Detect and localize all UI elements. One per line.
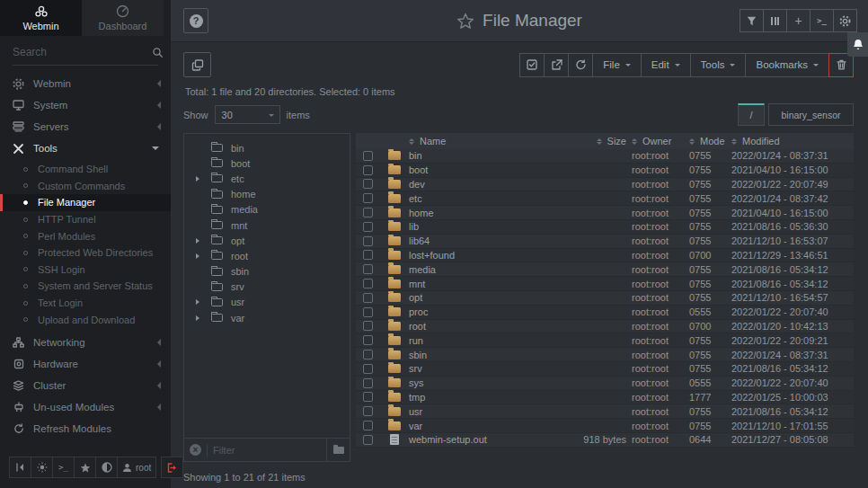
collapse-sidebar-button[interactable] [9,457,31,478]
sidebar-item-text-login[interactable]: Text Login [0,295,171,312]
row-checkbox[interactable] [363,378,373,388]
expand-arrow-icon[interactable] [196,238,208,244]
sidebar-item-webmin[interactable]: Webmin [0,73,171,94]
menu-file[interactable]: File [592,53,642,77]
table-row-lost+found[interactable]: lost+foundroot:root07002021/12/29 - 13:4… [356,249,854,263]
row-checkbox[interactable] [363,165,373,175]
table-row-boot[interactable]: bootroot:root07552021/04/10 - 16:15:00 [356,164,854,178]
tree-item-mnt[interactable]: mnt [184,217,350,233]
page-size-select[interactable]: 30 [215,105,280,124]
clear-filter-icon[interactable]: × [190,444,201,456]
row-checkbox[interactable] [363,421,373,430]
row-checkbox[interactable] [363,264,373,274]
row-checkbox[interactable] [363,307,373,317]
sidebar-item-tools[interactable]: Tools [0,138,171,159]
table-row-run[interactable]: runroot:root07552022/01/22 - 20:09:21 [356,333,854,348]
terminal-button[interactable]: >_ [810,9,834,32]
theme-toggle-button[interactable] [31,457,53,478]
row-checkbox[interactable] [363,392,373,402]
row-checkbox[interactable] [363,208,373,217]
tree-item-srv[interactable]: srv [184,279,350,295]
table-row-opt[interactable]: optroot:root07552021/12/10 - 16:54:57 [356,291,854,306]
shell-button[interactable]: >_ [52,457,75,478]
table-row-sys[interactable]: sysroot:root05552022/01/22 - 20:07:40 [356,377,854,391]
row-checkbox[interactable] [363,179,373,189]
favorites-button[interactable] [74,457,96,478]
tree-item-boot[interactable]: boot [184,155,350,171]
settings-button[interactable] [833,9,857,32]
select-all-button[interactable] [519,53,545,77]
path-search-input[interactable] [768,103,854,126]
table-row-bin[interactable]: binroot:root07552022/01/24 - 08:37:31 [356,149,854,164]
expand-arrow-icon[interactable] [196,315,208,321]
table-row-tmp[interactable]: tmproot:root17772022/01/25 - 10:00:03 [356,391,854,405]
add-button[interactable]: + [786,9,810,32]
table-row-mnt[interactable]: mntroot:root07552021/08/16 - 05:34:12 [356,277,854,291]
row-checkbox[interactable] [363,250,373,260]
sidebar-item-command-shell[interactable]: Command Shell [0,161,171,178]
sidebar-item-hardware[interactable]: Hardware [0,353,171,375]
sidebar-item-system-and-server-status[interactable]: System and Server Status [0,278,171,295]
tree-item-media[interactable]: media [184,202,350,217]
sidebar-item-unused-modules[interactable]: Un-used Modules [0,396,171,418]
expand-arrow-icon[interactable] [196,176,208,182]
table-row-media[interactable]: mediaroot:root07552021/08/16 - 05:34:12 [356,262,854,277]
logout-button[interactable] [161,457,183,478]
menu-tools[interactable]: Tools [690,53,747,77]
row-checkbox[interactable] [363,435,373,445]
tree-folder-button[interactable] [326,439,350,461]
sidebar-item-refresh-modules[interactable]: Refresh Modules [0,418,171,439]
header-name[interactable]: Name [409,136,556,147]
tab-dashboard[interactable]: Dashboard [82,0,164,36]
copy-path-button[interactable] [183,52,211,77]
row-checkbox[interactable] [363,222,373,232]
header-modified[interactable]: Modified [731,136,854,147]
table-row-lib64[interactable]: lib64root:root07552021/12/10 - 16:53:07 [356,235,854,249]
row-checkbox[interactable] [363,293,373,303]
sidebar-item-networking[interactable]: Networking [0,332,171,353]
tree-item-opt[interactable]: opt [184,233,350,248]
menu-edit[interactable]: Edit [641,53,691,77]
header-mode[interactable]: Mode [689,136,731,147]
notifications-tab[interactable] [847,32,868,57]
user-button[interactable]: root [117,457,156,478]
table-row-webmin-setup.out[interactable]: webmin-setup.out918 bytesroot:root064420… [356,433,854,448]
table-row-etc[interactable]: etcroot:root07552022/01/24 - 08:37:42 [356,191,854,206]
expand-arrow-icon[interactable] [196,299,208,305]
tree-item-root[interactable]: root [184,248,350,263]
export-button[interactable] [544,53,569,77]
sidebar-item-servers[interactable]: Servers [0,116,171,138]
row-checkbox[interactable] [363,406,373,416]
row-checkbox[interactable] [363,193,373,203]
language-button[interactable] [95,457,118,478]
row-checkbox[interactable] [363,151,373,161]
search-input[interactable] [13,46,152,58]
sidebar-item-custom-commands[interactable]: Custom Commands [0,178,171,195]
favorite-star-icon[interactable] [456,13,474,30]
row-checkbox[interactable] [363,279,373,288]
sidebar-item-perl-modules[interactable]: Perl Modules [0,227,171,244]
tree-item-sbin[interactable]: sbin [184,264,350,279]
sidebar-item-upload-and-download[interactable]: Upload and Download [0,311,171,328]
tree-item-home[interactable]: home [184,187,350,202]
expand-arrow-icon[interactable] [196,253,208,259]
table-row-dev[interactable]: devroot:root07552022/01/22 - 20:07:49 [356,178,854,192]
tree-item-usr[interactable]: usr [184,295,350,310]
search-icon[interactable] [152,47,164,58]
tree-item-etc[interactable]: etc [184,171,350,186]
table-row-sbin[interactable]: sbinroot:root07552022/01/24 - 08:37:31 [356,348,854,362]
help-button[interactable]: ? [183,8,208,33]
columns-button[interactable] [763,9,787,32]
tree-filter-input[interactable] [213,445,326,456]
tree-item-bin[interactable]: bin [184,140,350,155]
refresh-button[interactable] [568,53,593,77]
table-row-srv[interactable]: srvroot:root07552021/08/16 - 05:34:12 [356,362,854,377]
row-checkbox[interactable] [363,335,373,345]
sidebar-item-file-manager[interactable]: File Manager [0,194,171,211]
row-checkbox[interactable] [363,350,373,359]
tree-item-var[interactable]: var [184,310,350,325]
filter-button[interactable] [740,9,764,32]
sidebar-item-protected-web-directories[interactable]: Protected Web Directories [0,244,171,262]
header-size[interactable]: Size [556,136,632,147]
table-row-usr[interactable]: usrroot:root07552021/08/16 - 05:34:12 [356,404,854,419]
